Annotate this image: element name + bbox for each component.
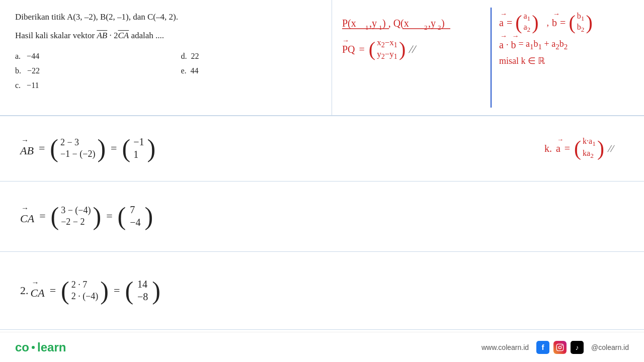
paren-r-1: ) <box>399 39 406 59</box>
ka-matrix-content: k·a1 ka2 <box>581 137 597 160</box>
b-row1: b1 <box>577 12 585 23</box>
step2-matrix1: ( 3 − (−4) −2 − 2 ) <box>51 204 102 229</box>
paren-r-3: ) <box>586 13 592 33</box>
svg-text:1: 1 <box>379 24 382 31</box>
paren-r-2: ) <box>532 13 538 33</box>
ab-text: AB <box>20 144 34 157</box>
two-label: 2. <box>20 284 29 297</box>
b-row2: b2 <box>577 23 585 34</box>
a-symbol: → a <box>499 17 504 29</box>
brand-logo: co learn <box>15 340 66 354</box>
a-row1: a1 <box>524 12 531 23</box>
misal-k: misal k ∈ ℝ <box>499 55 634 66</box>
b-eq: = <box>560 17 566 29</box>
step3-m2-content: 14 −8 <box>133 279 152 303</box>
svg-point-13 <box>561 345 562 346</box>
formula-pq-def: P(x 1 ,y 1 ) , Q(x 2 ,y 2 ) <box>342 12 483 34</box>
choice-d: d. 22 <box>181 49 317 63</box>
problem-question: Hasil kali skalar vektor AB · 2CA adalah… <box>15 29 316 43</box>
step1-m2-r2: 1 <box>133 149 144 160</box>
step1-m2-r1: −1 <box>133 136 144 148</box>
footer: co learn www.colearn.id f ♪ <box>0 332 644 362</box>
paren-r-s1a: ) <box>97 136 106 161</box>
step1-matrix1: ( 2 − 3 −1 − (−2) ) <box>50 136 106 161</box>
tiktok-icon[interactable]: ♪ <box>571 341 584 354</box>
paren-l-3: ( <box>569 13 575 33</box>
ka-eq: = <box>565 143 570 154</box>
vector-AB-label: AB <box>97 31 107 40</box>
paren-r-s3a: ) <box>100 278 109 303</box>
svg-text:2: 2 <box>424 24 428 31</box>
problem-intro: Diberikan titik A(3, –2), B(2, –1), dan … <box>15 12 178 22</box>
brand-learn: learn <box>37 340 66 354</box>
paren-r-s2b: ) <box>145 204 153 229</box>
problem-area: Diberikan titik A(3, –2), B(2, –1), dan … <box>0 0 332 115</box>
ka-matrix: ( k·a1 ka2 ) <box>574 137 604 160</box>
facebook-icon[interactable]: f <box>536 341 549 354</box>
pq-vector-formula: → PQ = ( x2−x1 y2−y1 ) // <box>342 38 483 61</box>
pq-row1: x2−x1 <box>377 38 397 49</box>
website-url: www.colearn.id <box>481 343 529 351</box>
footer-right: www.colearn.id f ♪ @colearn.id <box>481 341 629 354</box>
paren-l-1: ( <box>369 39 375 59</box>
formula-right: → a = ( a1 a2 ) , → <box>492 8 634 108</box>
step1-section: → AB = ( 2 − 3 −1 − (−2) ) = ( −1 1 <box>0 116 644 181</box>
ab-label: → AB <box>20 144 34 157</box>
b-symbol: → b <box>552 17 557 29</box>
comma-separator: , <box>547 18 549 28</box>
paren-r-s2a: ) <box>93 204 102 229</box>
pq-row2: y2−y1 <box>377 49 397 61</box>
pq-formula-svg: P(x 1 ,y 1 ) , Q(x 2 ,y 2 ) <box>342 12 483 32</box>
svg-text:2: 2 <box>438 24 441 31</box>
ca-text-2: CA <box>31 287 45 299</box>
b-matrix: ( b1 b2 ) <box>569 12 592 34</box>
step2-m2-r2: −4 <box>130 217 140 228</box>
step3-content: 2. → CA = ( 2 · 7 2 · (−4) ) = ( <box>20 278 160 303</box>
dot-operator: · <box>506 40 509 50</box>
formula-left: P(x 1 ,y 1 ) , Q(x 2 ,y 2 ) <box>342 8 492 108</box>
paren-l-s3a: ( <box>61 278 69 303</box>
dot-product-formula: → a · → b = a1b1 + a2b2 <box>499 39 634 51</box>
a-matrix-content: a1 a2 <box>522 12 532 34</box>
ca-label-2: → CA <box>31 287 45 300</box>
a-row2: a2 <box>524 23 531 34</box>
step3-eq1: = <box>50 284 56 297</box>
brand-dot <box>32 346 35 349</box>
ka-text: k. <box>544 143 552 154</box>
ka-formula: k. → a = ( k·a1 ka2 ) // <box>544 137 614 160</box>
paren-l-s1a: ( <box>50 136 58 161</box>
step2-eq2: = <box>106 210 112 223</box>
paren-l-s3b: ( <box>125 278 133 303</box>
main-container: Diberikan titik A(3, –2), B(2, –1), dan … <box>0 0 644 362</box>
ka-row1: k·a1 <box>583 137 596 148</box>
ca-label: → CA <box>20 212 34 225</box>
step3-m2-r1: 14 <box>137 279 148 290</box>
instagram-svg <box>556 343 564 351</box>
svg-point-12 <box>558 346 561 348</box>
paren-r-s3b: ) <box>152 278 160 303</box>
choice-c: c. −11 <box>15 78 151 92</box>
pq-eq-sign: = <box>359 44 365 55</box>
double-slash-2: // <box>607 143 615 154</box>
vector-CA-label: CA <box>118 31 129 40</box>
paren-l-s2b: ( <box>118 204 126 229</box>
svg-text:) ,  Q(x: ) , Q(x <box>382 18 409 29</box>
a-dot-symbol: → a <box>499 39 504 51</box>
b-dot-symbol: → b <box>511 39 516 51</box>
step3-eq2: = <box>114 284 120 297</box>
step2-section: → CA = ( 3 − (−4) −2 − 2 ) = ( 7 −4 <box>0 181 644 251</box>
top-section: Diberikan titik A(3, –2), B(2, –1), dan … <box>0 0 644 116</box>
divider-4 <box>0 329 644 330</box>
step2-m2-r1: 7 <box>130 204 140 216</box>
formula-area: P(x 1 ,y 1 ) , Q(x 2 ,y 2 ) <box>332 0 644 115</box>
instagram-icon[interactable] <box>553 341 567 354</box>
step2-m1-r1: 3 − (−4) <box>61 205 91 216</box>
pq-matrix-content: x2−x1 y2−y1 <box>375 38 399 61</box>
ka-row2: ka2 <box>583 149 596 160</box>
double-slash-1: // <box>408 43 418 56</box>
pq-matrix: ( x2−x1 y2−y1 ) <box>369 38 406 61</box>
svg-text:,y: ,y <box>428 18 436 29</box>
step3-matrix1: ( 2 · 7 2 · (−4) ) <box>61 278 109 303</box>
choice-e: e. 44 <box>181 64 317 77</box>
svg-text:,y: ,y <box>369 18 377 29</box>
